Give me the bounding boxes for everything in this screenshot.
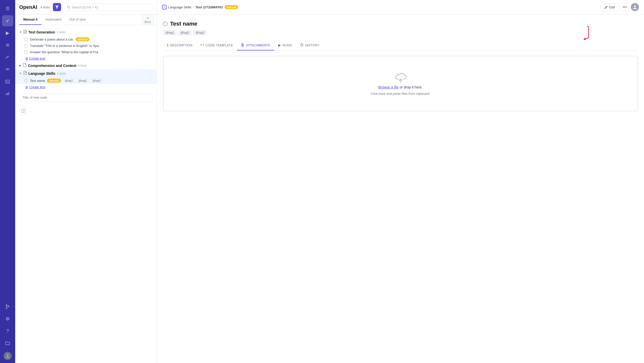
chart-icon[interactable] (2, 88, 13, 99)
suite-header-text-generation[interactable]: ▼ Text Generation 3 tests (15, 28, 157, 36)
suite-count-language-skills: 1 tests (57, 72, 66, 75)
hamburger-menu-icon[interactable]: ☰ (2, 3, 13, 14)
steps-icon[interactable] (2, 52, 13, 63)
create-test-label-2: Create test (29, 85, 45, 89)
test-count: 4 tests (40, 5, 50, 9)
suite-doc-icon (23, 30, 27, 34)
test-label: Generate a poem about a cat. (30, 38, 74, 41)
svg-point-11 (7, 354, 9, 356)
tab-description[interactable]: ℹ DESCRIPTION (163, 40, 196, 50)
svg-rect-5 (6, 94, 7, 95)
tab-code-template-label: CODE TEMPLATE (206, 43, 233, 47)
create-test-button-1[interactable]: ⊕ Create test (15, 55, 157, 62)
branch-icon[interactable] (2, 301, 13, 312)
checkmark-icon[interactable]: ✓ (2, 15, 13, 26)
breadcrumb: ✓ Language Skills › Test @T2d964761 manu… (162, 5, 599, 9)
radio-circle-selected (24, 79, 28, 82)
create-test-label: Create test (29, 57, 45, 60)
tab-attachments[interactable]: ATTACHMENTS (237, 40, 274, 50)
cloud-upload-icon (394, 71, 407, 83)
attachment-icon (241, 43, 244, 47)
edit-button[interactable]: Edit (601, 4, 619, 11)
keyboard-shortcut-button[interactable] (19, 107, 27, 115)
right-panel: ✓ Language Skills › Test @T2d964761 manu… (157, 0, 644, 363)
tab-manual[interactable]: Manual 4 (19, 14, 42, 25)
test-item[interactable]: Translate "This is a sentence in English… (15, 43, 157, 49)
svg-rect-3 (6, 80, 10, 83)
radio-circle (24, 44, 28, 48)
svg-point-19 (634, 5, 636, 7)
test-title: Test name (170, 21, 197, 27)
suite-doc-icon-2 (23, 63, 26, 68)
suite-count-text-generation: 3 tests (56, 30, 65, 34)
new-suite-input[interactable] (19, 93, 153, 102)
breadcrumb-check-icon: ✓ (162, 5, 167, 9)
chevron-down-icon: ▼ (19, 31, 22, 33)
tab-close-button[interactable]: ✕ [Esc] (142, 14, 154, 25)
activity-icon[interactable] (2, 64, 13, 75)
test-label: Translate "This is a sentence in English… (30, 44, 99, 48)
test-item-selected[interactable]: Test name manual @tag1 @tag2 @tag3 (15, 77, 157, 84)
svg-rect-7 (8, 92, 9, 95)
filter-button[interactable] (53, 3, 61, 11)
user-avatar-bottom[interactable] (4, 352, 12, 360)
svg-marker-20 (583, 38, 586, 40)
play-icon[interactable]: ▶ (2, 27, 13, 39)
manual-badge: manual (76, 37, 90, 41)
tag-chip-detail-2: @tag2 (178, 30, 192, 35)
terminal-icon[interactable] (2, 76, 13, 87)
tag-chip-detail-1: @tag1 (163, 30, 177, 35)
test-label: Answer the question "What is the capital… (30, 50, 98, 54)
top-bar: OpenAI 4 tests Search [Cmd + K] (15, 0, 157, 14)
upload-text: Browse a file or drop it here. (378, 85, 422, 89)
browse-file-link[interactable]: Browse a file (378, 85, 398, 89)
svg-rect-6 (7, 93, 8, 95)
file-upload-area[interactable]: Browse a file or drop it here. Click her… (163, 56, 638, 111)
test-list: ▼ Text Generation 3 tests Generate a poe… (15, 25, 157, 363)
breadcrumb-test: Test @T2d964761 (195, 5, 223, 9)
more-options-button[interactable]: ••• (621, 3, 629, 11)
search-placeholder: Search [Cmd + K] (72, 5, 98, 9)
info-icon: ℹ (167, 43, 168, 47)
tab-history[interactable]: HISTORY (296, 40, 324, 50)
tab-automated[interactable]: Automated (42, 14, 66, 25)
tab-runs[interactable]: ▶ RUNS (274, 40, 296, 50)
create-test-button-2[interactable]: ⊕ Create test (15, 84, 157, 90)
test-item[interactable]: Answer the question "What is the capital… (15, 49, 157, 55)
app-name: OpenAI (19, 4, 37, 10)
main-content: OpenAI 4 tests Search [Cmd + K] Manual 4… (15, 0, 644, 363)
help-icon[interactable]: ? (2, 325, 13, 337)
suite-name-text-generation: Text Generation (28, 30, 55, 34)
breadcrumb-manual-badge: manual (225, 5, 238, 9)
tab-description-label: DESCRIPTION (170, 43, 192, 47)
test-title-row: Test name (163, 21, 638, 27)
suite-header-language-skills[interactable]: ▼ Language Skills 1 tests (15, 69, 157, 77)
runs-play-icon: ▶ (278, 43, 281, 47)
user-avatar-header[interactable] (631, 3, 639, 11)
tags-row: @tag1 @tag2 @tag3 (163, 30, 638, 35)
breadcrumb-suite: Language Skills (168, 5, 191, 9)
settings-icon[interactable]: ⚙ (2, 313, 13, 324)
search-bar[interactable]: Search [Cmd + K] (64, 4, 153, 11)
tag-chip-detail-3: @tag3 (193, 30, 207, 35)
sidebar-panel: OpenAI 4 tests Search [Cmd + K] Manual 4… (15, 0, 157, 363)
folder-icon[interactable] (2, 338, 13, 349)
history-icon (300, 43, 304, 47)
suite-doc-icon-3 (23, 71, 27, 76)
edit-label: Edit (609, 5, 615, 9)
test-item[interactable]: Generate a poem about a cat. manual (15, 36, 157, 43)
code-icon (200, 43, 204, 47)
suite-header-comprehension[interactable]: ▶ Comprehension and Context 0 tests (15, 62, 157, 69)
suite-count-comprehension: 0 tests (78, 64, 87, 67)
drop-text: or drop it here. (399, 85, 422, 89)
tab-code-template[interactable]: CODE TEMPLATE (196, 40, 237, 50)
suite-name-comprehension: Comprehension and Context (28, 64, 76, 68)
left-navigation: ☰ ✓ ▶ (0, 0, 15, 363)
radio-circle (24, 50, 28, 54)
tab-out-of-sync[interactable]: Out of sync (66, 14, 90, 25)
breadcrumb-separator: › (193, 5, 194, 9)
tab-history-label: HISTORY (305, 43, 319, 47)
suite-name-language-skills: Language Skills (28, 71, 55, 76)
header-actions: Edit ••• (601, 3, 639, 11)
list-icon[interactable] (2, 40, 13, 51)
